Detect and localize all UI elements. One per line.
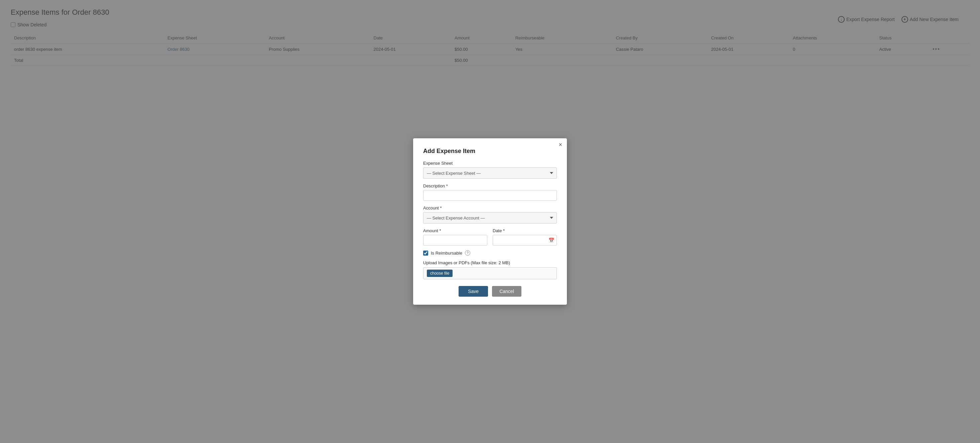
- amount-group: Amount *: [423, 228, 487, 246]
- upload-section: Upload Images or PDFs (Max file size: 2 …: [423, 260, 557, 279]
- amount-date-row: Amount * Date * 📅: [423, 228, 557, 250]
- expense-sheet-label: Expense Sheet: [423, 161, 557, 166]
- is-reimbursable-label: Is Reimbursable: [431, 251, 462, 256]
- expense-sheet-group: Expense Sheet — Select Expense Sheet —: [423, 161, 557, 179]
- amount-input[interactable]: [423, 235, 487, 246]
- account-group: Account * — Select Expense Account —: [423, 205, 557, 224]
- upload-area: choose file: [423, 267, 557, 279]
- add-expense-item-modal: × Add Expense Item Expense Sheet — Selec…: [413, 138, 567, 305]
- account-select[interactable]: — Select Expense Account —: [423, 212, 557, 224]
- modal-title: Add Expense Item: [423, 148, 557, 155]
- date-wrapper: 📅: [493, 235, 557, 246]
- is-reimbursable-row: Is Reimbursable ?: [423, 250, 557, 256]
- cancel-button[interactable]: Cancel: [492, 286, 522, 297]
- upload-label: Upload Images or PDFs (Max file size: 2 …: [423, 260, 557, 265]
- modal-footer: Save Cancel: [423, 286, 557, 297]
- choose-file-button[interactable]: choose file: [427, 270, 453, 277]
- save-button[interactable]: Save: [458, 286, 488, 297]
- expense-sheet-select[interactable]: — Select Expense Sheet —: [423, 167, 557, 179]
- date-label: Date *: [493, 228, 557, 233]
- date-input[interactable]: [493, 235, 557, 246]
- description-group: Description *: [423, 183, 557, 201]
- description-label: Description *: [423, 183, 557, 189]
- help-icon[interactable]: ?: [465, 250, 470, 256]
- description-input[interactable]: [423, 190, 557, 201]
- amount-label: Amount *: [423, 228, 487, 233]
- is-reimbursable-checkbox[interactable]: [423, 251, 428, 256]
- modal-close-button[interactable]: ×: [558, 142, 562, 148]
- account-label: Account *: [423, 205, 557, 211]
- date-group: Date * 📅: [493, 228, 557, 246]
- modal-overlay: × Add Expense Item Expense Sheet — Selec…: [0, 0, 980, 443]
